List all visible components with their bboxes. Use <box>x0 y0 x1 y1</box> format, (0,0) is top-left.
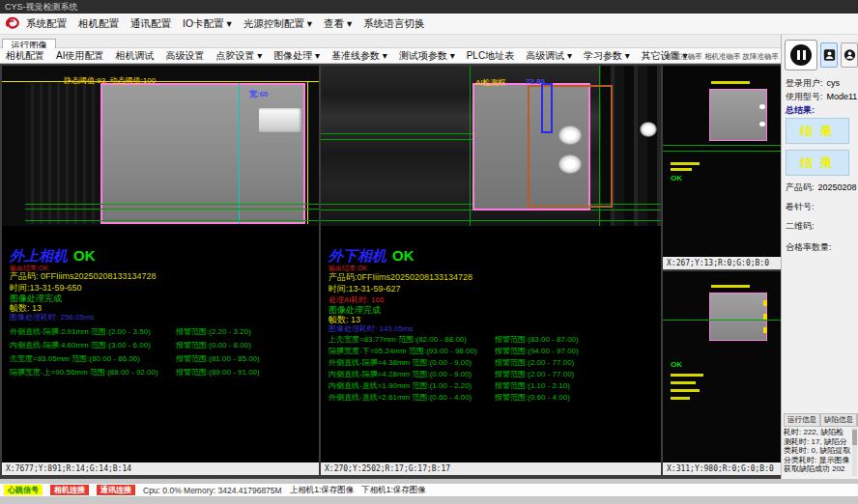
result-ok-badge: OK <box>73 247 96 264</box>
measurement-list: 上壳宽度=83.77mm 范围:(82.00 - 88.00) 报警范围:(83… <box>329 334 659 404</box>
yellow-guide-line <box>307 81 308 224</box>
log-scrollbar[interactable] <box>852 428 857 476</box>
heartbeat-badge: 心跳信号 <box>4 485 43 495</box>
pixel-coords-middle: X:270;Y:2502;R:17;G:17;B:17 <box>321 462 661 475</box>
pause-button[interactable] <box>785 40 817 70</box>
menu-item[interactable]: 相机配置 <box>78 17 119 31</box>
middle-camera-image[interactable]: AI检测框 72.80 <box>321 66 661 226</box>
upper-camera-save-link[interactable]: 上相机1:保存图像 <box>290 485 355 496</box>
measurement-value: 隔膜宽度-上=90.56mm 范围:(88.00 - 92.00) <box>10 367 176 380</box>
measurement-row: 上壳宽度=83.77mm 范围:(82.00 - 88.00) 报警范围:(83… <box>329 334 659 346</box>
view-tab-row: 运行图像 <box>0 35 783 48</box>
result-ok-badge: OK <box>671 360 682 369</box>
toolbar-item[interactable]: 高级设置 <box>165 49 204 63</box>
measurement-value: 外侧直线-隔膜=4.38mm 范围:(0.00 - 9.00) <box>329 357 495 369</box>
toolbar-item[interactable]: 相机调试 <box>115 49 154 63</box>
user-login-button[interactable] <box>820 42 838 68</box>
width-measure-label: 72.80 <box>526 77 545 86</box>
result-ok-badge: OK <box>392 247 415 264</box>
measurement-row: 内侧直线-隔膜:4.60mm 范围:(3.00 - 6.00) 报警范围:(0.… <box>10 340 317 353</box>
green-baseline <box>25 209 319 210</box>
measurement-row: 壳宽度=83.05mm 范围:(80.00 - 86.00) 报警范围:(81.… <box>10 353 317 367</box>
main-content: 静态阈值:93, 动态阈值:100 宽:60 外上相机OK 输出结果:OK 产品… <box>0 64 783 479</box>
measurement-row: 内侧直线-直线=1.90mm 范围:(1.00 - 2.20) 报警范围:(1.… <box>329 380 659 392</box>
toolbar-item[interactable]: PLC地址表 <box>467 49 514 63</box>
accuracy-label: 帧数准确率 相机准确率 故障准确率 <box>666 52 779 62</box>
control-buttons <box>785 40 858 70</box>
alarm-range: 报警范围:(83.00 - 87.00) <box>495 334 579 346</box>
pixel-coords-left: X:7677;Y:891;R:14;G:14;B:14 <box>2 462 319 475</box>
lower-camera-save-link[interactable]: 下相机1:保存图像 <box>361 485 426 496</box>
menu-item[interactable]: 通讯配置 <box>130 17 171 31</box>
info-tab[interactable]: 缺陷信息 <box>820 413 857 427</box>
model-label: 使用型号: <box>786 92 823 101</box>
tab-connector <box>259 108 303 132</box>
green-baseline <box>321 133 472 134</box>
green-guide-line <box>470 66 471 226</box>
qr-label: 二维码: <box>786 221 815 231</box>
menu-item[interactable]: 系统配置 <box>26 17 67 31</box>
measurement-value: 上壳宽度=83.77mm 范围:(82.00 - 88.00) <box>329 334 495 346</box>
toolbar-items: 相机配置AI使用配置相机调试高级设置点胶设置 ▾图像处理 ▾基准线参数 ▾测试项… <box>6 49 688 63</box>
toolbar-item[interactable]: 高级调试 ▾ <box>526 49 572 63</box>
green-baseline <box>25 220 319 221</box>
measurement-value: 内侧直线-隔膜=4.28mm 范围:(0.00 - 9.00) <box>329 369 495 380</box>
caption-mark <box>671 374 703 377</box>
login-user-value: cys <box>827 78 841 88</box>
camera-view-small-1: OK X:267;Y:13;R:0;G:0;B:0 <box>663 66 781 269</box>
menu-bar: 系统配置相机配置通讯配置IO卡配置 ▾光源控制配置 ▾查看 ▾系统语言切换 <box>0 14 858 35</box>
toolbar-item[interactable]: 点胶设置 ▾ <box>215 49 262 63</box>
camera-view-small-2: OK X:311;Y:980;R:0;G:0;B:0 <box>663 271 781 475</box>
app-logo-icon <box>4 15 20 32</box>
qr-row: 二维码: <box>786 220 815 233</box>
caption-mark <box>711 81 750 84</box>
product-code-row: 产品码:20250208 <box>786 182 857 194</box>
toolbar-item[interactable]: AI使用配置 <box>56 49 103 63</box>
measurement-row: 内侧直线-隔膜=4.28mm 范围:(0.00 - 9.00) 报警范围:(2.… <box>329 369 659 380</box>
elapsed-line: 图像处理耗时: 143.05ms <box>329 323 414 334</box>
menu-item[interactable]: IO卡配置 ▾ <box>183 17 232 31</box>
menu-item[interactable]: 系统语言切换 <box>363 17 424 31</box>
measurement-value: 内侧直线-直线=1.90mm 范围:(1.00 - 2.20) <box>329 380 495 392</box>
led-highlight <box>558 154 582 174</box>
total-result-row: 总结果: <box>786 104 815 117</box>
alarm-range: 报警范围:(94.00 - 97.00) <box>495 346 579 357</box>
result-ok-badge: OK <box>671 174 682 182</box>
toolbar-item[interactable]: 基准线参数 ▾ <box>331 49 387 63</box>
info-tab[interactable]: 运行信息 <box>784 413 820 427</box>
small-camera-image-2[interactable]: OK <box>663 271 781 462</box>
toolbar-item[interactable]: 相机配置 <box>6 49 44 63</box>
product-code-value: 20250208 <box>818 182 857 192</box>
control-panel: 登录用户:cys 使用型号:Mode11 总结果: 结 果结 果 产品码:202… <box>781 35 858 479</box>
small-camera-image-1[interactable]: OK <box>663 66 781 256</box>
scrollbar-thumb[interactable] <box>852 430 857 445</box>
measurement-row: 隔膜宽度-上=90.56mm 范围:(88.00 - 92.00) 报警范围:(… <box>10 367 317 380</box>
camera-connect-badge: 相机连接 <box>50 485 89 495</box>
caption-mark <box>671 389 700 392</box>
pixel-coords-small-2: X:311;Y:980;R:0;G:0;B:0 <box>663 462 781 475</box>
comm-connect-badge: 通讯连接 <box>97 485 135 495</box>
user-icon <box>823 47 836 63</box>
menu-item[interactable]: 查看 ▾ <box>324 17 352 31</box>
measurement-value: 内侧直线-隔膜:4.60mm 范围:(3.00 - 6.00) <box>10 340 176 353</box>
total-result-label: 总结果: <box>786 105 815 115</box>
camera-name: 外上相机 <box>10 247 68 264</box>
toolbar: 相机配置AI使用配置相机调试高级设置点胶设置 ▾图像处理 ▾基准线参数 ▾测试项… <box>0 48 783 64</box>
toolbar-item[interactable]: 学习参数 ▾ <box>584 49 630 63</box>
login-user-label: 登录用户: <box>786 78 823 88</box>
menu-items: 系统配置相机配置通讯配置IO卡配置 ▾光源控制配置 ▾查看 ▾系统语言切换 <box>26 17 424 31</box>
user-switch-button[interactable] <box>841 42 858 68</box>
pause-icon <box>790 44 812 66</box>
toolbar-item[interactable]: 图像处理 ▾ <box>273 49 320 63</box>
menu-item[interactable]: 光源控制配置 ▾ <box>243 17 312 31</box>
toolbar-item[interactable]: 测试项参数 ▾ <box>399 49 455 63</box>
led-highlight <box>759 122 765 126</box>
cpu-memory-text: Cpu: 0.0% Memory: 3424.41796875M <box>143 486 282 495</box>
green-baseline <box>663 145 781 146</box>
login-user-row: 登录用户:cys <box>786 77 840 90</box>
info-tabs: 运行信息缺陷信息报错信息 <box>784 413 858 427</box>
measurement-value: 壳宽度=83.05mm 范围:(80.00 - 86.00) <box>10 353 176 367</box>
alarm-range: 报警范围:(2.20 - 3.20) <box>176 326 251 340</box>
alarm-range: 报警范围:(0.00 - 8.00) <box>176 340 251 353</box>
left-camera-image[interactable]: 静态阈值:93, 动态阈值:100 宽:60 <box>2 66 319 226</box>
